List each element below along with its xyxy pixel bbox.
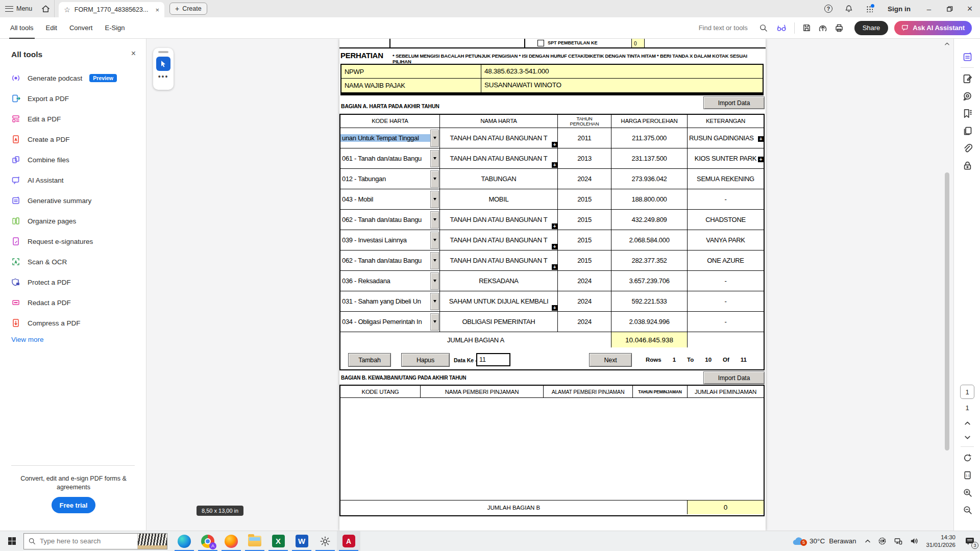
sign-in-button[interactable]: Sign in [879,5,919,13]
comment-plus-marker[interactable]: + [552,264,557,270]
nama-harta-field[interactable]: TANAH DAN ATAU BANGUNAN T+ [440,128,558,148]
rotate-page-button[interactable] [954,449,980,466]
tahun-field[interactable]: 2024 [558,312,611,332]
notification-center-button[interactable]: 3 [960,531,980,551]
taskbar-search-input[interactable] [40,537,121,545]
minimize-button[interactable]: – [919,0,939,17]
tahun-field[interactable]: 2015 [558,210,611,230]
scrollbar-thumb[interactable] [945,172,949,450]
start-button[interactable] [0,531,23,551]
upload-cloud-button[interactable] [815,18,831,38]
dropdown-button[interactable] [430,272,439,290]
select-tool-button[interactable] [156,57,170,71]
spt-value-field[interactable]: 0 [631,39,645,48]
harga-field[interactable]: 211.375.000 [611,128,688,148]
favorite-star-icon[interactable]: ☆ [64,6,70,14]
notifications-button[interactable] [839,0,859,17]
nama-harta-field[interactable]: TABUNGAN [440,169,558,189]
sidebar-item-generative-summary[interactable]: Generative summary [11,193,91,208]
tahun-field[interactable]: 2013 [558,148,611,169]
keterangan-field[interactable]: - [688,312,764,332]
tray-network[interactable] [890,531,906,551]
import-data-b-button[interactable]: Import Data [703,371,765,384]
comments-button[interactable] [954,87,980,105]
page-number-input[interactable]: 1 [960,385,974,399]
tahun-field[interactable]: 2015 [558,251,611,271]
harga-field[interactable]: 592.221.533 [611,291,688,312]
harga-field[interactable]: 2.038.924.996 [611,312,688,332]
taskbar-app-settings[interactable] [313,531,337,551]
taskbar-app-chrome[interactable]: A [196,531,219,551]
sidebar-item-redact-pdf[interactable]: Redact a PDF [11,295,71,310]
keterangan-field[interactable]: SEMUA REKENING [688,169,764,189]
sidebar-item-organize-pages[interactable]: Organize pages [11,213,76,229]
tahun-field[interactable]: 2024 [558,291,611,312]
harga-field[interactable]: 3.657.239.706 [611,271,688,291]
find-box[interactable] [699,23,768,32]
ask-ai-assistant-button[interactable]: Ask AI Assistant [894,21,972,35]
kode-harta-field[interactable]: 062 - Tanah dan/atau Bangu [340,210,440,230]
zoom-out-button[interactable] [954,501,980,518]
tahun-field[interactable]: 2015 [558,189,611,210]
tambah-button[interactable]: Tambah [348,353,391,367]
dropdown-button[interactable] [430,232,439,249]
tab-esign[interactable]: E-Sign [99,17,131,39]
taskbar-app-explorer[interactable] [243,531,266,551]
comment-plus-marker[interactable]: + [552,162,557,168]
nama-harta-field[interactable]: OBLIGASI PEMERINTAH [440,312,558,332]
bookmarks-button[interactable] [954,105,980,122]
kode-harta-field[interactable]: 012 - Tabungan [340,169,440,189]
tab-all-tools[interactable]: All tools [4,17,40,39]
next-button[interactable]: Next [589,353,632,367]
dropdown-button[interactable] [430,211,439,229]
kode-harta-field[interactable]: unan Untuk Tempat Tinggal [340,128,440,148]
comment-plus-marker[interactable]: + [552,142,557,147]
taskbar-app-edge[interactable] [173,531,196,551]
kode-harta-field[interactable]: 034 - Obligasi Pemerintah In [340,312,440,332]
home-button[interactable] [37,0,55,17]
harga-field[interactable]: 273.936.042 [611,169,688,189]
nama-harta-field[interactable]: SAHAM UNTUK DIJUAL KEMBALI+ [440,291,558,312]
hapus-button[interactable]: Hapus [401,353,450,367]
sidebar-item-scan-ocr[interactable]: Scan & OCR [11,254,67,269]
apps-grid-button[interactable] [859,0,879,17]
keterangan-field[interactable]: VANYA PARK [688,230,764,251]
dropdown-button[interactable] [430,252,439,269]
dropdown-button[interactable] [430,150,439,167]
kode-harta-field[interactable]: 061 - Tanah dan/atau Bangu [340,148,440,169]
actual-size-button[interactable]: 1:1 [954,466,980,484]
keterangan-field[interactable]: RUSUN GADINGNIAS+ [688,128,764,148]
keterangan-field[interactable]: CHADSTONE [688,210,764,230]
free-trial-button[interactable]: Free trial [52,497,95,513]
more-tools-button[interactable]: ••• [158,74,169,79]
nama-harta-field[interactable]: TANAH DAN ATAU BANGUNAN T+ [440,230,558,251]
dropdown-button[interactable] [430,293,439,310]
panel-close-icon[interactable]: × [131,49,136,58]
vertical-scrollbar[interactable] [944,39,950,531]
taskbar-app-acrobat[interactable]: A [337,531,360,551]
find-input[interactable] [699,24,755,32]
dropdown-button[interactable] [430,130,439,147]
generative-summary-button[interactable] [954,48,980,65]
sidebar-item-ai-assistant[interactable]: AI Assistant [11,172,64,188]
security-button[interactable] [954,157,980,174]
taskbar-clock[interactable]: 14:30 31/01/2026 [922,534,960,549]
sidebar-item-export-pdf[interactable]: Export a PDF [11,91,69,106]
harga-field[interactable]: 231.137.500 [611,148,688,169]
keterangan-field[interactable]: ONE AZURE [688,251,764,271]
help-button[interactable]: ? [818,0,839,17]
kode-harta-field[interactable]: 036 - Reksadana [340,271,440,291]
next-page-button[interactable] [954,430,980,444]
sidebar-item-edit-pdf[interactable]: Edit a PDF [11,111,61,127]
nama-harta-field[interactable]: REKSADANA [440,271,558,291]
comment-plus-marker[interactable]: + [552,305,557,311]
create-button[interactable]: + Create [169,3,207,15]
sidebar-item-combine-files[interactable]: Combine files [11,152,69,167]
kode-harta-field[interactable]: 043 - Mobil [340,189,440,210]
harga-field[interactable]: 188.800.000 [611,189,688,210]
document-tab[interactable]: ☆ FORM_1770_48385623... × [59,2,164,17]
comment-plus-marker[interactable]: + [552,223,557,229]
import-data-a-button[interactable]: Import Data [703,96,765,109]
tray-volume[interactable] [906,531,922,551]
bagian-b-empty-body[interactable] [340,398,764,500]
